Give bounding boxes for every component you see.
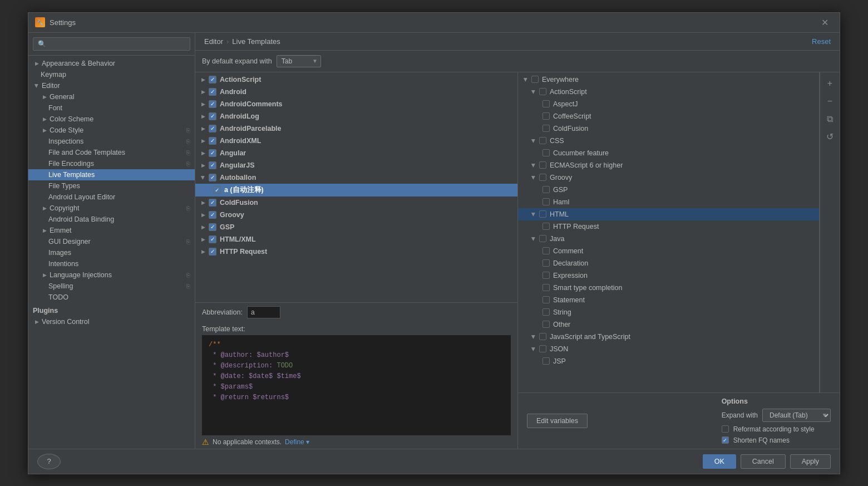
ctx-json[interactable]: ▶ JSON xyxy=(518,343,819,355)
ctx-java-statement[interactable]: Statement xyxy=(518,294,819,306)
close-button[interactable]: ✕ xyxy=(817,15,833,30)
sidebar-item-android-data-binding[interactable]: Android Data Binding xyxy=(28,214,195,225)
tpl-group-android[interactable]: ▶ Android xyxy=(195,86,517,98)
tpl-group-coldfusion[interactable]: ▶ ColdFusion xyxy=(195,197,517,209)
tpl-group-androidcomments[interactable]: ▶ AndroidComments xyxy=(195,98,517,110)
sidebar-item-keymap[interactable]: Keymap xyxy=(28,69,195,80)
ctx-groovy[interactable]: ▶ Groovy xyxy=(518,171,819,184)
ctx-check-java-comment[interactable] xyxy=(542,247,550,254)
sidebar-item-editor[interactable]: ▶ Editor xyxy=(28,80,195,91)
check-groovy[interactable] xyxy=(209,211,216,219)
ctx-check-java-other[interactable] xyxy=(542,321,550,328)
check-androidxml[interactable] xyxy=(209,137,216,145)
sidebar-item-emmet[interactable]: ▶ Emmet xyxy=(28,225,195,236)
check-htmlxml[interactable] xyxy=(209,235,216,243)
ctx-check-ecmascript6[interactable] xyxy=(539,161,546,169)
ctx-coldfusion[interactable]: ColdFusion xyxy=(518,122,819,135)
define-link[interactable]: Define ▾ xyxy=(285,438,309,446)
sidebar-item-version-control[interactable]: ▶ Version Control xyxy=(28,316,195,327)
ctx-java-expression[interactable]: Expression xyxy=(518,269,819,282)
tpl-group-androidlog[interactable]: ▶ AndroidLog xyxy=(195,110,517,122)
sidebar-search-input[interactable] xyxy=(33,37,190,51)
ctx-check-java-expression[interactable] xyxy=(542,272,550,279)
ctx-gsp[interactable]: GSP xyxy=(518,184,819,196)
tpl-group-autoballon[interactable]: ▶ Autoballon xyxy=(195,171,517,184)
check-androidlog[interactable] xyxy=(209,112,216,120)
tpl-group-actionscript[interactable]: ▶ ActionScript xyxy=(195,73,517,86)
ctx-check-css[interactable] xyxy=(539,137,546,144)
tpl-group-angularjs[interactable]: ▶ AngularJS xyxy=(195,159,517,171)
sidebar-item-images[interactable]: Images xyxy=(28,247,195,258)
ctx-check-json[interactable] xyxy=(539,345,546,352)
tpl-group-httprequest[interactable]: ▶ HTTP Request xyxy=(195,246,517,258)
check-android[interactable] xyxy=(209,88,216,96)
ctx-aspectj[interactable]: AspectJ xyxy=(518,98,819,110)
ctx-check-cucumber[interactable] xyxy=(542,149,550,156)
undo-button[interactable]: ↺ xyxy=(822,129,838,145)
check-androidcomments[interactable] xyxy=(209,100,216,108)
ok-button[interactable]: OK xyxy=(703,454,736,469)
copy-template-button[interactable]: ⧉ xyxy=(822,111,838,127)
ctx-check-gsp[interactable] xyxy=(542,186,550,193)
abbreviation-input[interactable] xyxy=(247,306,280,318)
tpl-group-groovy[interactable]: ▶ Groovy xyxy=(195,209,517,221)
sidebar-item-plugins[interactable]: Plugins xyxy=(28,305,195,316)
ctx-check-groovy[interactable] xyxy=(539,174,546,181)
sidebar-item-copyright[interactable]: ▶ Copyright ⎘ xyxy=(28,203,195,214)
ctx-css[interactable]: ▶ CSS xyxy=(518,135,819,147)
ctx-ecmascript6[interactable]: ▶ ECMAScript 6 or higher xyxy=(518,159,819,171)
reset-button[interactable]: Reset xyxy=(812,37,831,46)
sidebar-item-inspections[interactable]: Inspections ⎘ xyxy=(28,136,195,147)
ctx-javascript[interactable]: ▶ JavaScript and TypeScript xyxy=(518,331,819,343)
tpl-group-androidparcelable[interactable]: ▶ AndroidParcelable xyxy=(195,122,517,135)
ctx-check-jsp[interactable] xyxy=(542,357,550,365)
cancel-button[interactable]: Cancel xyxy=(741,454,786,469)
sidebar-item-file-encodings[interactable]: File Encodings ⎘ xyxy=(28,158,195,169)
ctx-http-request[interactable]: HTTP Request xyxy=(518,220,819,233)
ctx-java-declaration[interactable]: Declaration xyxy=(518,257,819,269)
sidebar-item-todo[interactable]: TODO xyxy=(28,292,195,303)
sidebar-item-live-templates[interactable]: Live Templates xyxy=(28,169,195,180)
apply-button[interactable]: Apply xyxy=(790,454,831,469)
remove-template-button[interactable]: − xyxy=(822,94,838,109)
ctx-check-actionscript[interactable] xyxy=(539,88,546,95)
sidebar-item-font[interactable]: Font xyxy=(28,102,195,114)
sidebar-item-android-layout[interactable]: Android Layout Editor xyxy=(28,192,195,203)
check-a-comment[interactable] xyxy=(213,186,221,194)
sidebar-item-gui-designer[interactable]: GUI Designer ⎘ xyxy=(28,236,195,247)
check-autoballon[interactable] xyxy=(209,174,216,181)
ctx-jsp[interactable]: JSP xyxy=(518,355,819,367)
sidebar-item-code-style[interactable]: ▶ Code Style ⎘ xyxy=(28,125,195,136)
ctx-check-html[interactable] xyxy=(539,210,546,218)
add-template-button[interactable]: + xyxy=(822,76,838,91)
sidebar-item-language-injections[interactable]: ▶ Language Injections ⎘ xyxy=(28,269,195,281)
check-androidparcelable[interactable] xyxy=(209,125,216,132)
ctx-java-smart-type[interactable]: Smart type completion xyxy=(518,282,819,294)
sidebar-item-color-scheme[interactable]: ▶ Color Scheme xyxy=(28,114,195,125)
sidebar-item-general[interactable]: ▶ General xyxy=(28,91,195,102)
check-gsp[interactable] xyxy=(209,223,216,231)
check-angular[interactable] xyxy=(209,149,216,157)
sidebar-item-spelling[interactable]: Spelling ⎘ xyxy=(28,281,195,292)
ctx-actionscript[interactable]: ▶ ActionScript xyxy=(518,86,819,98)
ctx-java-other[interactable]: Other xyxy=(518,318,819,331)
check-coldfusion[interactable] xyxy=(209,199,216,207)
expand-with-option-select[interactable]: Default (Tab) Tab Enter Space xyxy=(762,409,831,422)
ctx-check-java-string[interactable] xyxy=(542,308,550,316)
ctx-check-java-statement[interactable] xyxy=(542,296,550,303)
tpl-group-angular[interactable]: ▶ Angular xyxy=(195,147,517,159)
ctx-check-java[interactable] xyxy=(539,235,546,242)
ctx-check-everywhere[interactable] xyxy=(531,76,539,83)
sidebar-item-file-types[interactable]: File Types xyxy=(28,180,195,192)
sidebar-item-file-code-templates[interactable]: File and Code Templates ⎘ xyxy=(28,147,195,158)
tpl-group-androidxml[interactable]: ▶ AndroidXML xyxy=(195,135,517,147)
template-code-editor[interactable]: /** * @author: $author$ * @description: … xyxy=(202,335,511,435)
ctx-check-coffeescript[interactable] xyxy=(542,112,550,120)
ctx-check-http-request[interactable] xyxy=(542,223,550,230)
sidebar-item-appearance[interactable]: ▶ Appearance & Behavior xyxy=(28,58,195,69)
help-button[interactable]: ? xyxy=(37,454,61,469)
tpl-group-gsp[interactable]: ▶ GSP xyxy=(195,221,517,233)
edit-variables-button[interactable]: Edit variables xyxy=(527,414,588,428)
check-angularjs[interactable] xyxy=(209,161,216,169)
shorten-fq-checkbox[interactable] xyxy=(722,436,729,444)
